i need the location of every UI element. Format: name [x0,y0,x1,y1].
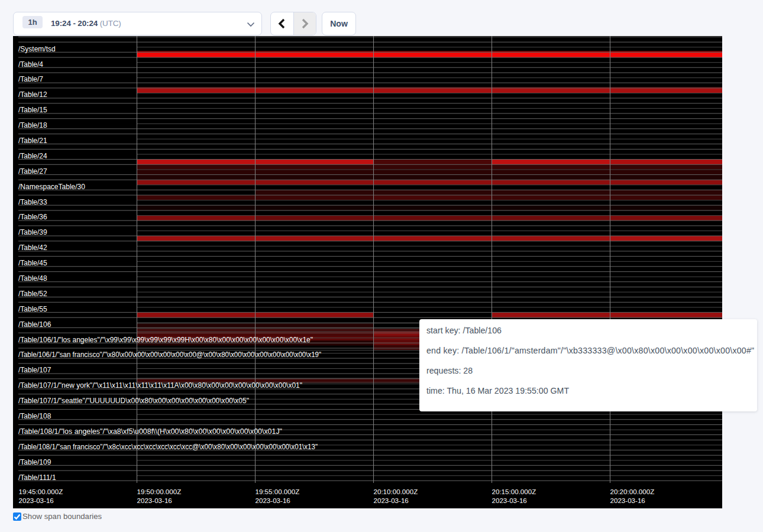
svg-text:/Table/7: /Table/7 [18,75,43,83]
svg-text:/Table/15: /Table/15 [18,106,47,114]
svg-text:/Table/27: /Table/27 [18,167,47,176]
svg-text:19:45:00.000Z: 19:45:00.000Z [19,488,63,495]
svg-text:/Table/109: /Table/109 [18,458,51,466]
svg-text:2023-03-16: 2023-03-16 [19,497,54,504]
svg-text:/Table/33: /Table/33 [18,198,47,206]
svg-text:/Table/55: /Table/55 [18,305,47,313]
svg-text:2023-03-16: 2023-03-16 [256,497,290,504]
svg-text:/Table/108: /Table/108 [18,412,51,420]
svg-text:/Table/111/1: /Table/111/1 [18,473,56,482]
svg-text:2023-03-16: 2023-03-16 [137,497,172,504]
svg-text:/Table/39: /Table/39 [18,228,47,236]
svg-text:19:50:00.000Z: 19:50:00.000Z [137,488,182,495]
svg-text:/Table/106: /Table/106 [18,320,51,329]
svg-text:/Table/106/1/"los angeles"/"\x: /Table/106/1/"los angeles"/"\x99\x99\x99… [18,336,313,344]
svg-text:/Table/107/1/"seattle"/"UUUUUU: /Table/107/1/"seattle"/"UUUUUUD\x00\x80\… [18,397,249,405]
svg-text:2023-03-16: 2023-03-16 [492,497,527,504]
svg-text:/Table/48: /Table/48 [18,274,47,283]
svg-text:/Table/36: /Table/36 [18,213,47,221]
svg-text:/Table/18: /Table/18 [18,121,47,129]
svg-text:2023-03-16: 2023-03-16 [610,497,645,504]
svg-text:/Table/106/1/"san francisco"/": /Table/106/1/"san francisco"/"\x80\x00\x… [18,351,321,359]
svg-text:19:55:00.000Z: 19:55:00.000Z [256,488,300,495]
svg-text:/Table/21: /Table/21 [18,137,47,145]
svg-text:/Table/107/1/"new york"/"\x11\: /Table/107/1/"new york"/"\x11\x11\x11\x1… [18,381,302,390]
svg-text:/Table/108/1/"san francisco"/": /Table/108/1/"san francisco"/"\x8c\xcc\x… [18,443,318,451]
svg-text:20:15:00.000Z: 20:15:00.000Z [492,488,536,495]
svg-text:/Table/107: /Table/107 [18,366,51,374]
svg-text:/Table/12: /Table/12 [18,90,47,99]
svg-text:/Table/52: /Table/52 [18,290,47,298]
svg-text:/Table/24: /Table/24 [18,152,47,160]
svg-text:/Table/45: /Table/45 [18,259,47,267]
svg-text:/Table/42: /Table/42 [18,244,47,252]
svg-text:/Table/108/1/"los angeles"/"\x: /Table/108/1/"los angeles"/"\xa8\xf5\u00… [18,427,282,436]
svg-text:2023-03-16: 2023-03-16 [374,497,409,504]
svg-text:/System/tsd: /System/tsd [18,45,56,53]
svg-text:/NamespaceTable/30: /NamespaceTable/30 [18,183,85,191]
svg-text:/Table/4: /Table/4 [18,60,43,69]
svg-text:20:20:00.000Z: 20:20:00.000Z [610,488,655,495]
svg-text:20:10:00.000Z: 20:10:00.000Z [374,488,418,495]
